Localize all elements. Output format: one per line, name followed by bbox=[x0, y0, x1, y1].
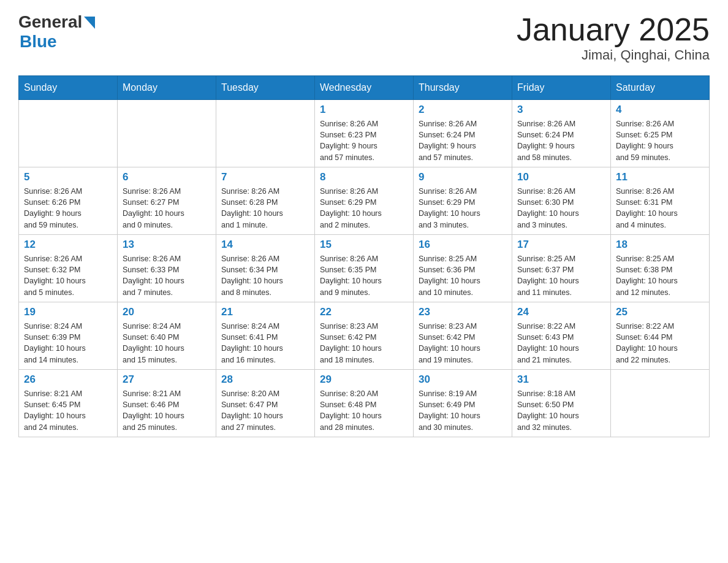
calendar-week-row: 26Sunrise: 8:21 AM Sunset: 6:45 PM Dayli… bbox=[19, 370, 710, 437]
day-info: Sunrise: 8:23 AM Sunset: 6:42 PM Dayligh… bbox=[320, 321, 408, 366]
day-info: Sunrise: 8:26 AM Sunset: 6:33 PM Dayligh… bbox=[123, 253, 211, 298]
calendar-cell: 7Sunrise: 8:26 AM Sunset: 6:28 PM Daylig… bbox=[216, 167, 315, 235]
day-info: Sunrise: 8:25 AM Sunset: 6:38 PM Dayligh… bbox=[616, 253, 704, 298]
day-info: Sunrise: 8:20 AM Sunset: 6:47 PM Dayligh… bbox=[221, 388, 309, 433]
calendar-title: January 2025 bbox=[517, 12, 710, 47]
calendar-table: SundayMondayTuesdayWednesdayThursdayFrid… bbox=[18, 75, 710, 437]
calendar-cell: 18Sunrise: 8:25 AM Sunset: 6:38 PM Dayli… bbox=[611, 235, 710, 302]
calendar-cell: 13Sunrise: 8:26 AM Sunset: 6:33 PM Dayli… bbox=[118, 235, 216, 302]
day-number: 31 bbox=[517, 373, 605, 386]
calendar-cell bbox=[611, 370, 710, 437]
day-info: Sunrise: 8:20 AM Sunset: 6:48 PM Dayligh… bbox=[320, 388, 408, 433]
day-info: Sunrise: 8:26 AM Sunset: 6:23 PM Dayligh… bbox=[320, 118, 408, 163]
calendar-cell: 22Sunrise: 8:23 AM Sunset: 6:42 PM Dayli… bbox=[315, 302, 414, 370]
calendar-cell bbox=[118, 100, 216, 167]
day-info: Sunrise: 8:26 AM Sunset: 6:27 PM Dayligh… bbox=[123, 186, 211, 231]
day-number: 6 bbox=[123, 171, 211, 183]
svg-marker-0 bbox=[84, 17, 95, 29]
day-of-week-header: Wednesday bbox=[315, 76, 414, 100]
calendar-week-row: 12Sunrise: 8:26 AM Sunset: 6:32 PM Dayli… bbox=[19, 235, 710, 302]
calendar-cell: 21Sunrise: 8:24 AM Sunset: 6:41 PM Dayli… bbox=[216, 302, 315, 370]
calendar-cell: 25Sunrise: 8:22 AM Sunset: 6:44 PM Dayli… bbox=[611, 302, 710, 370]
calendar-cell: 9Sunrise: 8:26 AM Sunset: 6:29 PM Daylig… bbox=[414, 167, 512, 235]
day-number: 20 bbox=[123, 306, 211, 318]
calendar-title-area: January 2025 Jimai, Qinghai, China bbox=[517, 12, 710, 63]
day-info: Sunrise: 8:24 AM Sunset: 6:41 PM Dayligh… bbox=[221, 321, 309, 366]
logo-general-text: General bbox=[18, 12, 82, 32]
calendar-cell: 11Sunrise: 8:26 AM Sunset: 6:31 PM Dayli… bbox=[611, 167, 710, 235]
day-info: Sunrise: 8:26 AM Sunset: 6:28 PM Dayligh… bbox=[221, 186, 309, 231]
calendar-cell: 27Sunrise: 8:21 AM Sunset: 6:46 PM Dayli… bbox=[118, 370, 216, 437]
day-number: 5 bbox=[24, 171, 112, 183]
day-number: 9 bbox=[419, 171, 507, 183]
day-info: Sunrise: 8:23 AM Sunset: 6:42 PM Dayligh… bbox=[419, 321, 507, 366]
logo: General Blue bbox=[18, 12, 95, 52]
calendar-cell: 19Sunrise: 8:24 AM Sunset: 6:39 PM Dayli… bbox=[19, 302, 118, 370]
day-number: 14 bbox=[221, 239, 309, 251]
calendar-cell: 20Sunrise: 8:24 AM Sunset: 6:40 PM Dayli… bbox=[118, 302, 216, 370]
day-number: 27 bbox=[123, 373, 211, 386]
day-info: Sunrise: 8:26 AM Sunset: 6:29 PM Dayligh… bbox=[320, 186, 408, 231]
day-number: 11 bbox=[616, 171, 704, 183]
calendar-cell: 3Sunrise: 8:26 AM Sunset: 6:24 PM Daylig… bbox=[512, 100, 611, 167]
day-info: Sunrise: 8:24 AM Sunset: 6:39 PM Dayligh… bbox=[24, 321, 112, 366]
calendar-cell: 1Sunrise: 8:26 AM Sunset: 6:23 PM Daylig… bbox=[315, 100, 414, 167]
day-number: 25 bbox=[616, 306, 704, 318]
day-info: Sunrise: 8:22 AM Sunset: 6:43 PM Dayligh… bbox=[517, 321, 605, 366]
calendar-cell: 16Sunrise: 8:25 AM Sunset: 6:36 PM Dayli… bbox=[414, 235, 512, 302]
calendar-header: SundayMondayTuesdayWednesdayThursdayFrid… bbox=[19, 76, 710, 100]
calendar-cell: 28Sunrise: 8:20 AM Sunset: 6:47 PM Dayli… bbox=[216, 370, 315, 437]
day-number: 18 bbox=[616, 239, 704, 251]
day-number: 7 bbox=[221, 171, 309, 183]
calendar-cell: 10Sunrise: 8:26 AM Sunset: 6:30 PM Dayli… bbox=[512, 167, 611, 235]
day-number: 10 bbox=[517, 171, 605, 183]
day-number: 24 bbox=[517, 306, 605, 318]
day-number: 3 bbox=[517, 104, 605, 116]
calendar-week-row: 19Sunrise: 8:24 AM Sunset: 6:39 PM Dayli… bbox=[19, 302, 710, 370]
day-info: Sunrise: 8:26 AM Sunset: 6:31 PM Dayligh… bbox=[616, 186, 704, 231]
day-info: Sunrise: 8:26 AM Sunset: 6:29 PM Dayligh… bbox=[419, 186, 507, 231]
day-info: Sunrise: 8:26 AM Sunset: 6:24 PM Dayligh… bbox=[419, 118, 507, 163]
calendar-cell: 8Sunrise: 8:26 AM Sunset: 6:29 PM Daylig… bbox=[315, 167, 414, 235]
calendar-cell: 24Sunrise: 8:22 AM Sunset: 6:43 PM Dayli… bbox=[512, 302, 611, 370]
day-number: 2 bbox=[419, 104, 507, 116]
calendar-cell: 31Sunrise: 8:18 AM Sunset: 6:50 PM Dayli… bbox=[512, 370, 611, 437]
days-of-week-row: SundayMondayTuesdayWednesdayThursdayFrid… bbox=[19, 76, 710, 100]
calendar-cell: 15Sunrise: 8:26 AM Sunset: 6:35 PM Dayli… bbox=[315, 235, 414, 302]
calendar-cell: 23Sunrise: 8:23 AM Sunset: 6:42 PM Dayli… bbox=[414, 302, 512, 370]
day-number: 12 bbox=[24, 239, 112, 251]
day-number: 8 bbox=[320, 171, 408, 183]
calendar-week-row: 5Sunrise: 8:26 AM Sunset: 6:26 PM Daylig… bbox=[19, 167, 710, 235]
logo-triangle-icon bbox=[84, 17, 95, 29]
day-of-week-header: Thursday bbox=[414, 76, 512, 100]
day-info: Sunrise: 8:26 AM Sunset: 6:34 PM Dayligh… bbox=[221, 253, 309, 298]
calendar-cell: 17Sunrise: 8:25 AM Sunset: 6:37 PM Dayli… bbox=[512, 235, 611, 302]
day-number: 13 bbox=[123, 239, 211, 251]
calendar-cell: 2Sunrise: 8:26 AM Sunset: 6:24 PM Daylig… bbox=[414, 100, 512, 167]
calendar-body: 1Sunrise: 8:26 AM Sunset: 6:23 PM Daylig… bbox=[19, 100, 710, 437]
day-number: 23 bbox=[419, 306, 507, 318]
day-number: 26 bbox=[24, 373, 112, 386]
day-number: 30 bbox=[419, 373, 507, 386]
calendar-cell: 5Sunrise: 8:26 AM Sunset: 6:26 PM Daylig… bbox=[19, 167, 118, 235]
day-number: 1 bbox=[320, 104, 408, 116]
day-number: 29 bbox=[320, 373, 408, 386]
calendar-cell bbox=[216, 100, 315, 167]
day-number: 22 bbox=[320, 306, 408, 318]
day-of-week-header: Monday bbox=[118, 76, 216, 100]
day-of-week-header: Saturday bbox=[611, 76, 710, 100]
calendar-cell: 4Sunrise: 8:26 AM Sunset: 6:25 PM Daylig… bbox=[611, 100, 710, 167]
day-info: Sunrise: 8:21 AM Sunset: 6:46 PM Dayligh… bbox=[123, 388, 211, 433]
calendar-week-row: 1Sunrise: 8:26 AM Sunset: 6:23 PM Daylig… bbox=[19, 100, 710, 167]
day-number: 17 bbox=[517, 239, 605, 251]
calendar-cell: 6Sunrise: 8:26 AM Sunset: 6:27 PM Daylig… bbox=[118, 167, 216, 235]
day-number: 16 bbox=[419, 239, 507, 251]
day-of-week-header: Tuesday bbox=[216, 76, 315, 100]
day-info: Sunrise: 8:26 AM Sunset: 6:25 PM Dayligh… bbox=[616, 118, 704, 163]
day-info: Sunrise: 8:26 AM Sunset: 6:26 PM Dayligh… bbox=[24, 186, 112, 231]
day-of-week-header: Sunday bbox=[19, 76, 118, 100]
day-number: 4 bbox=[616, 104, 704, 116]
day-info: Sunrise: 8:22 AM Sunset: 6:44 PM Dayligh… bbox=[616, 321, 704, 366]
day-number: 28 bbox=[221, 373, 309, 386]
logo-blue-text: Blue bbox=[20, 32, 57, 51]
